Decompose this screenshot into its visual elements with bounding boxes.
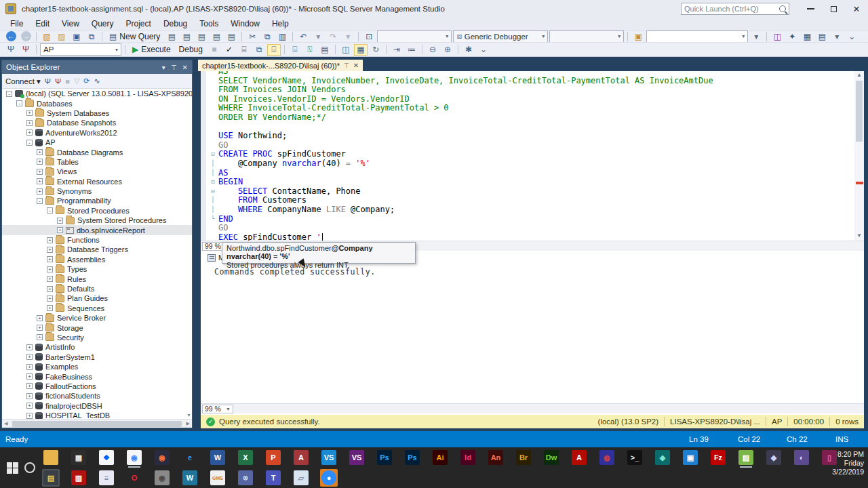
quick-launch-input[interactable]: Quick Launch (Ctrl+Q) [681, 3, 789, 15]
tree-expander-icon[interactable]: - [16, 100, 22, 106]
tree-item[interactable]: +ArtistInfo [2, 342, 192, 352]
tree-expander-icon[interactable]: + [57, 218, 63, 224]
change-connection-icon[interactable]: Ψ [19, 44, 33, 56]
code-line[interactable]: GO [208, 141, 853, 150]
tree-expander-icon[interactable]: + [57, 227, 63, 233]
results-to-grid-icon[interactable]: ▦ [354, 44, 368, 56]
menu-edit[interactable]: Edit [29, 18, 56, 30]
menu-window[interactable]: Window [224, 18, 266, 30]
activity-monitor-icon[interactable]: ⊡ [362, 30, 376, 42]
client-stats-icon[interactable]: ▤ [318, 44, 332, 56]
code-editor[interactable]: ASSELECT VendorName, InvoiceNumber, Invo… [201, 71, 864, 241]
redo-dropdown-icon[interactable]: ▾ [341, 30, 355, 42]
code-line[interactable]: │AS [208, 169, 853, 178]
mdx-query-icon[interactable]: ▤ [180, 30, 193, 42]
new-query-button[interactable]: ▤New Query [106, 30, 163, 43]
acrobat-icon[interactable]: A [570, 449, 588, 466]
live-stats-icon[interactable]: ⍂ [303, 44, 317, 56]
code-line[interactable]: │ WHERE CompanyName LIKE @Company; [208, 205, 853, 215]
pin-tab-icon[interactable]: ⊤ [344, 62, 349, 69]
estimated-plan-icon[interactable]: ⌻ [288, 44, 302, 56]
tree-expander-icon[interactable]: + [26, 413, 33, 419]
results-to-file-icon[interactable]: ↻ [369, 44, 382, 56]
tree-expander-icon[interactable]: + [26, 344, 33, 350]
code-lines[interactable]: ASSELECT VendorName, InvoiceNumber, Invo… [208, 71, 853, 241]
db-engine-query-icon[interactable]: ▤ [165, 30, 178, 42]
scroll-down-icon[interactable]: ▼ [186, 413, 191, 418]
opera-icon[interactable]: O [125, 469, 143, 487]
find-dropdown-icon[interactable]: ▾ [749, 30, 763, 42]
audio-app-icon[interactable]: ◍ [598, 449, 616, 466]
oe-stop-icon[interactable]: ■ [65, 77, 70, 85]
oe-connect-plug-icon[interactable]: Ψ [45, 77, 51, 85]
redo-icon[interactable]: ↷ [326, 30, 340, 42]
tree-item[interactable]: +External Resources [2, 177, 192, 186]
tree-expander-icon[interactable]: + [26, 354, 33, 360]
tree-item[interactable]: +AdventureWorks2012 [2, 128, 192, 138]
registered-servers-icon[interactable]: ◫ [770, 30, 784, 42]
photos-app-icon[interactable]: ▨ [737, 449, 755, 466]
close-tab-icon[interactable]: ✕ [353, 62, 359, 69]
chevron-down-icon[interactable]: ▾ [441, 33, 448, 39]
fold-marker-icon[interactable]: ⊟ [208, 187, 218, 197]
code-line[interactable] [208, 123, 853, 132]
document-tab[interactable]: chapter15-textbook-...S8920-D\lisaj (60)… [198, 60, 363, 71]
more-dropdown-icon[interactable]: ▾ [830, 30, 844, 42]
toolbox-app-icon[interactable]: ▥ [70, 469, 87, 487]
tree-item[interactable]: +Defaults [2, 284, 192, 293]
camtasia-icon[interactable]: ◆ [654, 449, 671, 466]
connect-icon[interactable]: Ψ [4, 44, 18, 56]
code-line[interactable]: │ @Company nvarchar(40) = '%' [208, 159, 853, 169]
tree-item[interactable]: +dbo.spInvoiceReport [2, 225, 192, 235]
tree-expander-icon[interactable]: + [26, 129, 33, 136]
photoshop-icon[interactable]: Ps [376, 449, 393, 466]
file-explorer-icon[interactable] [42, 449, 60, 466]
new-project-icon[interactable]: ▧ [40, 30, 54, 42]
tree-expander-icon[interactable]: + [37, 334, 43, 340]
scroll-right-icon[interactable]: ▶ [184, 421, 192, 426]
minimize-button[interactable] [799, 0, 822, 18]
tree-expander-icon[interactable]: + [26, 383, 33, 389]
editor-vscrollbar[interactable]: ▲ ▼ [854, 71, 864, 241]
xmla-query-icon[interactable]: ▤ [210, 30, 223, 42]
menu-project[interactable]: Project [120, 18, 157, 30]
messages-zoom-control[interactable]: 99 %▼ [202, 405, 233, 413]
tree-item[interactable]: +FakeBusiness [2, 371, 192, 381]
inkscape-icon[interactable]: ◆ [765, 449, 783, 466]
edge-icon[interactable]: e [181, 449, 199, 466]
excel-icon[interactable]: X [237, 449, 254, 466]
tree-item[interactable]: +Database Diagrams [2, 147, 192, 157]
code-line[interactable]: WHERE InvoiceTotal-CreditTotal-PaymentTo… [208, 104, 853, 113]
cut-icon[interactable]: ✂ [245, 30, 259, 42]
snagit-icon[interactable]: ▣ [682, 449, 699, 466]
tree-item[interactable]: -Stored Procedures [2, 206, 192, 216]
code-line[interactable]: SELECT VendorName, InvoiceNumber, Invoic… [208, 77, 853, 86]
chevron-down-icon[interactable]: ▾ [738, 33, 745, 39]
nav-back-icon[interactable]: ← [4, 30, 18, 42]
zoom-icon[interactable]: ● [320, 469, 338, 487]
tree-expander-icon[interactable]: + [37, 315, 43, 321]
tree-item[interactable]: +Tables [2, 157, 192, 167]
parse-icon[interactable]: ✓ [222, 44, 236, 56]
tree-expander-icon[interactable]: + [26, 403, 33, 409]
object-explorer-title-bar[interactable]: Object Explorer ▾ ⊤ ✕ [2, 60, 192, 74]
save-icon[interactable]: ▣ [70, 30, 83, 42]
dreamweaver-icon[interactable]: Dw [542, 449, 560, 466]
save-all-icon[interactable]: ⧉ [85, 30, 98, 42]
toolbar-overflow-icon[interactable]: ⌄ [845, 30, 859, 42]
scrollbar-thumb[interactable] [12, 421, 181, 427]
calculator-icon[interactable]: ▦ [70, 449, 87, 466]
tree-expander-icon[interactable]: + [37, 325, 43, 331]
illustrator-icon[interactable]: Ai [431, 449, 449, 466]
tree-expander-icon[interactable]: + [47, 276, 53, 282]
tree-item[interactable]: +Types [2, 264, 192, 274]
results-to-text-icon[interactable]: ◫ [339, 44, 353, 56]
wordpress-icon[interactable]: W [181, 469, 199, 487]
messages-hscroll-row[interactable]: 99 %▼ [201, 403, 864, 413]
tree-item[interactable]: +Sequences [2, 304, 192, 313]
tree-expander-icon[interactable]: + [47, 305, 53, 311]
animate-icon[interactable]: An [487, 449, 505, 466]
taskbar-clock[interactable]: 8:20 PM Friday 3/22/2019 [832, 450, 864, 476]
execute-button[interactable]: ▶Execute [129, 43, 174, 56]
chevron-down-icon[interactable]: ▾ [538, 33, 545, 39]
